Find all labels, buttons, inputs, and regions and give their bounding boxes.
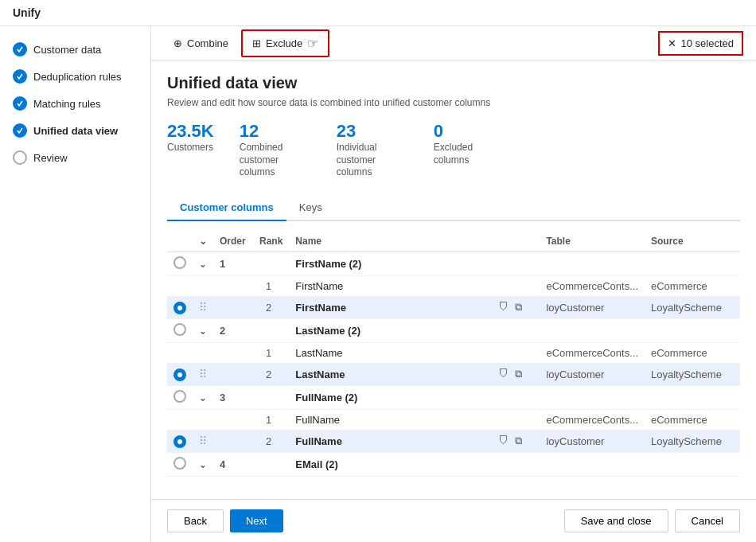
content-area: ⊕ Combine ⊞ Exclude ☞ ✕ 10 selected Unif… (151, 26, 756, 542)
tab-keys[interactable]: Keys (286, 195, 335, 221)
sidebar-label-customer: Customer data (33, 44, 101, 56)
combine-icon: ⊕ (173, 37, 182, 49)
sort-icon: ⌄ (199, 236, 207, 247)
sidebar-item-unified[interactable]: Unified data view (0, 117, 150, 144)
toolbar: ⊕ Combine ⊞ Exclude ☞ ✕ 10 selected (151, 26, 756, 61)
expand-email[interactable]: ⌄ (199, 460, 206, 470)
app-title-bar: Unify (0, 0, 756, 26)
table-fn1: eCommerceConts... (540, 275, 645, 296)
source-fullname-group (645, 385, 740, 409)
save-close-button[interactable]: Save and close (564, 509, 668, 532)
radio-fn2[interactable] (173, 302, 186, 314)
radio-email[interactable] (173, 457, 186, 470)
radio-firstname[interactable] (173, 256, 186, 269)
rank-ln2: 2 (253, 363, 289, 385)
order-firstname: 1 (213, 252, 253, 275)
table-row-group-firstname: ⌄ 1 FirstName (2) (167, 252, 740, 275)
sidebar-label-unified: Unified data view (33, 125, 118, 137)
table-row-lastname-2: ⠿ 2 LastName ⛉ ⧉ loyCustomer LoyaltySche… (167, 363, 740, 385)
exclude-button[interactable]: ⊞ Exclude ☞ (241, 29, 329, 57)
back-button[interactable]: Back (167, 509, 224, 532)
icons-fn2: ⛉ ⧉ (492, 296, 540, 318)
footer-right: Save and close Cancel (564, 509, 740, 532)
th-rank: Rank (253, 231, 289, 252)
copy-icon-ln2: ⧉ (515, 368, 522, 380)
icons-ln1 (492, 342, 540, 363)
name-fln1: FullName (289, 409, 492, 430)
rank-fn1: 1 (253, 275, 289, 296)
sidebar: Customer data Deduplication rules Matchi… (0, 26, 151, 542)
table-ln1: eCommerceConts... (540, 342, 645, 363)
close-selected-icon: ✕ (668, 37, 676, 49)
icons-firstname-group (492, 252, 540, 275)
selected-count-badge: ✕ 10 selected (658, 31, 744, 56)
rank-lastname-group (253, 318, 289, 342)
icons-fln2: ⛉ ⧉ (492, 430, 540, 452)
source-lastname-group (645, 318, 740, 342)
check-icon-matching (13, 96, 27, 111)
table-fln1: eCommerceConts... (540, 409, 645, 430)
radio-ln2[interactable] (173, 368, 186, 381)
th-checkbox (167, 231, 193, 252)
table-email-group (540, 452, 645, 476)
sidebar-label-dedup: Deduplication rules (33, 71, 122, 83)
page-content: Unified data view Review and edit how so… (151, 61, 756, 499)
app-title: Unify (13, 6, 41, 19)
sidebar-item-dedup[interactable]: Deduplication rules (0, 63, 150, 90)
selected-count-label: 10 selected (681, 37, 735, 49)
source-fn2: LoyaltyScheme (645, 296, 740, 318)
tab-customer-columns[interactable]: Customer columns (167, 195, 286, 221)
source-fln2: LoyaltyScheme (645, 430, 740, 452)
table-row-fullname-1: 1 FullName eCommerceConts... eCommerce (167, 409, 740, 430)
sidebar-item-review[interactable]: Review (0, 144, 150, 171)
rank-firstname-group (253, 252, 289, 275)
order-ln1 (213, 342, 253, 363)
name-fn2: FirstName (289, 296, 492, 318)
combine-label: Combine (187, 37, 228, 49)
th-name: Name (289, 231, 492, 252)
copy-icon-fln2: ⧉ (515, 435, 522, 446)
sidebar-label-review: Review (33, 152, 68, 164)
stat-combined-number: 12 (240, 121, 311, 142)
table-fn2: loyCustomer (540, 296, 645, 318)
next-button[interactable]: Next (230, 509, 283, 532)
rank-fln1: 1 (253, 409, 289, 430)
icons-fn1 (492, 275, 540, 296)
combine-button[interactable]: ⊕ Combine (164, 33, 238, 54)
sidebar-item-customer-data[interactable]: Customer data (0, 36, 150, 63)
radio-fullname[interactable] (173, 390, 186, 403)
radio-fln2[interactable] (173, 435, 186, 448)
person-icon-fn2: ⛉ (498, 301, 509, 313)
tabs: Customer columns Keys (167, 195, 740, 221)
stat-excluded-label: Excluded columns (434, 142, 505, 166)
source-ln1: eCommerce (645, 342, 740, 363)
check-icon-customer (13, 42, 27, 57)
name-fln2: FullName (289, 430, 492, 452)
drag-fln2[interactable]: ⠿ (199, 435, 207, 447)
stat-combined-label: Combined customer columns (240, 142, 311, 179)
order-fln2 (213, 430, 253, 452)
cancel-button[interactable]: Cancel (675, 509, 740, 532)
footer-left: Back Next (167, 509, 283, 532)
name-ln2: LastName (289, 363, 492, 385)
order-lastname: 2 (213, 318, 253, 342)
table-fln2: loyCustomer (540, 430, 645, 452)
cursor-pointer: ☞ (307, 36, 318, 51)
th-source: Source (645, 231, 740, 252)
table-fullname-group (540, 385, 645, 409)
page-subtitle: Review and edit how source data is combi… (167, 97, 740, 108)
expand-lastname[interactable]: ⌄ (199, 326, 206, 336)
drag-fn2[interactable]: ⠿ (199, 301, 207, 314)
stats-row: 23.5K Customers 12 Combined customer col… (167, 121, 740, 179)
expand-fullname[interactable]: ⌄ (199, 393, 206, 403)
page-title: Unified data view (167, 74, 740, 92)
stat-excluded-number: 0 (434, 121, 505, 142)
source-fn1: eCommerce (645, 275, 740, 296)
drag-ln2[interactable]: ⠿ (199, 368, 207, 380)
stat-excluded: 0 Excluded columns (434, 121, 505, 179)
order-fullname: 3 (213, 385, 253, 409)
sidebar-item-matching[interactable]: Matching rules (0, 90, 150, 117)
icons-fln1 (492, 409, 540, 430)
expand-firstname[interactable]: ⌄ (199, 259, 206, 269)
radio-lastname[interactable] (173, 323, 186, 336)
